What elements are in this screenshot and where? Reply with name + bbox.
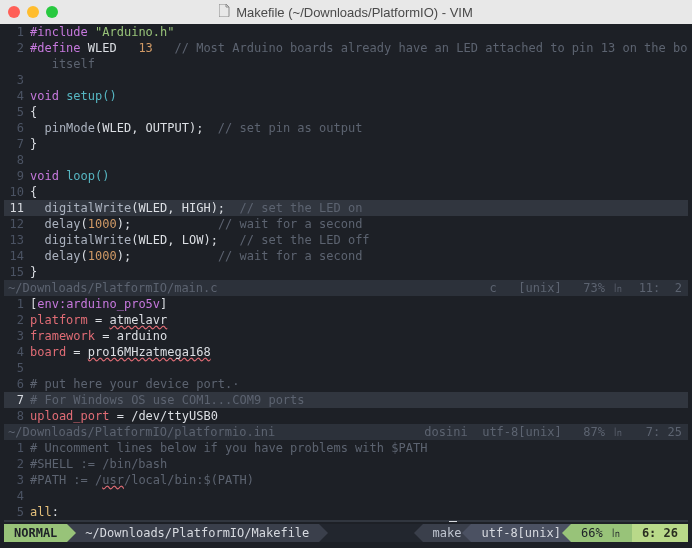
status-file: ~/Downloads/PlatformIO/Makefile	[67, 524, 319, 542]
status-percent: 66% ㏑	[571, 524, 632, 542]
code-token: }	[30, 265, 37, 279]
code-line[interactable]: itself	[4, 56, 688, 72]
code-line[interactable]: 14 delay(1000); // wait for a second	[4, 248, 688, 264]
code-token: /local/bin:$(PATH)	[124, 473, 254, 487]
code-token: (	[81, 217, 88, 231]
code-token: =	[66, 345, 88, 359]
code-token: upload_port	[30, 409, 109, 423]
line-number: 8	[4, 152, 30, 168]
code-line[interactable]: 6# put here your device port.·	[4, 376, 688, 392]
code-line[interactable]: 15}	[4, 264, 688, 280]
code-token: # put here your device port.	[30, 377, 232, 391]
line-number: 5	[4, 104, 30, 120]
code-token: 1000	[88, 249, 117, 263]
code-token: // set the LED off	[240, 233, 370, 247]
status-position: 6: 26	[632, 524, 688, 542]
code-token: delay	[30, 217, 81, 231]
code-line[interactable]: 6› platformio run -t upload	[4, 520, 688, 522]
code-token: #include	[30, 25, 95, 39]
line-number: 9	[4, 168, 30, 184]
code-token: pro16MHzatmega168	[88, 345, 211, 359]
code-token: {	[30, 105, 37, 119]
line-number: 4	[4, 88, 30, 104]
line-number: 5	[4, 360, 30, 376]
pane-status-path: ~/Downloads/PlatformIO/main.c	[8, 281, 218, 295]
pane-status-right: dosini utf-8[unix] 87% ㏑ 7: 25	[424, 424, 682, 440]
zoom-icon[interactable]	[46, 6, 58, 18]
code-token: atmelavr	[109, 313, 167, 327]
pane-status: ~/Downloads/PlatformIO/platformio.inidos…	[4, 424, 688, 440]
code-line[interactable]: 5	[4, 360, 688, 376]
code-line[interactable]: 1# Uncomment lines below if you have pro…	[4, 440, 688, 456]
pane-platformio-ini[interactable]: 1[env:arduino_pro5v]2platform = atmelavr…	[4, 296, 688, 440]
code-line[interactable]: 11 digitalWrite(WLED, HIGH); // set the …	[4, 200, 688, 216]
code-token: delay	[30, 249, 81, 263]
code-line[interactable]: 1[env:arduino_pro5v]	[4, 296, 688, 312]
code-line[interactable]: 4	[4, 488, 688, 504]
code-token: );	[117, 217, 218, 231]
code-line[interactable]: 7# For Windows OS use COM1...COM9 ports	[4, 392, 688, 408]
line-number: 3	[4, 472, 30, 488]
code-line[interactable]: 12 delay(1000); // wait for a second	[4, 216, 688, 232]
line-number: 5	[4, 504, 30, 520]
code-line[interactable]: 10{	[4, 184, 688, 200]
code-token: #SHELL := /bin/bash	[30, 457, 167, 471]
code-token: setup()	[59, 89, 117, 103]
code-line[interactable]: 2#SHELL := /bin/bash	[4, 456, 688, 472]
code-line[interactable]: 2#define WLED 13 // Most Arduino boards …	[4, 40, 688, 56]
close-icon[interactable]	[8, 6, 20, 18]
code-token: platform	[30, 313, 88, 327]
code-token: ·	[232, 377, 239, 391]
code-token: ›	[30, 521, 59, 522]
pane-makefile[interactable]: 1# Uncomment lines below if you have pro…	[4, 440, 688, 522]
code-line[interactable]: 1#include "Arduino.h"	[4, 24, 688, 40]
status-percent-text: 66% ㏑	[581, 525, 622, 542]
line-number: 2	[4, 40, 30, 56]
line-number: 4	[4, 488, 30, 504]
pane-status: ~/Downloads/PlatformIO/main.cc [unix] 73…	[4, 280, 688, 296]
code-token: =	[88, 313, 110, 327]
code-token: loop()	[59, 169, 110, 183]
code-line[interactable]: 7}	[4, 136, 688, 152]
line-number: 11	[4, 200, 30, 216]
code-line[interactable]: 3framework = arduino	[4, 328, 688, 344]
code-token: board	[30, 345, 66, 359]
pane-status-right: c [unix] 73% ㏑ 11: 2	[489, 280, 682, 296]
status-encoding-text: utf-8[unix]	[481, 526, 560, 540]
code-line[interactable]: 13 digitalWrite(WLED, LOW); // set the L…	[4, 232, 688, 248]
code-token: 13	[138, 41, 174, 55]
minimize-icon[interactable]	[27, 6, 39, 18]
code-token: all	[30, 505, 52, 519]
code-token: pinMode	[30, 121, 95, 135]
status-position-text: 6: 26	[642, 526, 678, 540]
statusline: NORMAL ~/Downloads/PlatformIO/Makefile m…	[4, 524, 688, 542]
editor[interactable]: 1#include "Arduino.h"2#define WLED 13 //…	[4, 24, 688, 522]
document-icon	[219, 4, 230, 20]
code-token: "Arduino.h"	[95, 25, 174, 39]
code-token: platformio run -t upload	[59, 521, 232, 522]
code-token: digitalWrite	[30, 233, 131, 247]
code-line[interactable]: 5all:	[4, 504, 688, 520]
code-token: // set pin as output	[218, 121, 363, 135]
mode-text: NORMAL	[14, 526, 57, 540]
code-line[interactable]: 4board = pro16MHzatmega168	[4, 344, 688, 360]
line-number: 3	[4, 328, 30, 344]
code-line[interactable]: 8upload_port = /dev/ttyUSB0	[4, 408, 688, 424]
code-token: #define	[30, 41, 88, 55]
code-token: 1000	[88, 217, 117, 231]
code-token: void	[30, 89, 59, 103]
mode-indicator: NORMAL	[4, 524, 67, 542]
code-line[interactable]: 3#PATH := /usr/local/bin:$(PATH)	[4, 472, 688, 488]
code-line[interactable]: 4void setup()	[4, 88, 688, 104]
code-line[interactable]: 3	[4, 72, 688, 88]
code-token: (WLED, OUTPUT);	[95, 121, 218, 135]
code-token: (	[81, 249, 88, 263]
code-line[interactable]: 6 pinMode(WLED, OUTPUT); // set pin as o…	[4, 120, 688, 136]
pane-main-c[interactable]: 1#include "Arduino.h"2#define WLED 13 //…	[4, 24, 688, 296]
code-line[interactable]: 9void loop()	[4, 168, 688, 184]
code-line[interactable]: 2platform = atmelavr	[4, 312, 688, 328]
code-line[interactable]: 5{	[4, 104, 688, 120]
status-encoding: utf-8[unix]	[471, 524, 570, 542]
pane-status-path: ~/Downloads/PlatformIO/platformio.ini	[8, 425, 275, 439]
code-line[interactable]: 8	[4, 152, 688, 168]
